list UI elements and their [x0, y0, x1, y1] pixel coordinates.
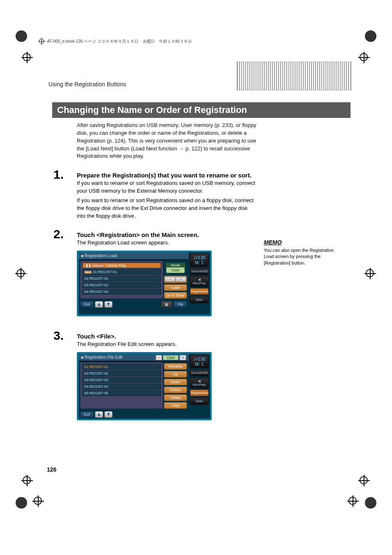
list-item[interactable]: 05:REGIST-05	[82, 390, 161, 396]
file-list-panel: 01:REGIST-01 02:REGIST-02 03:REGIST-03 0…	[80, 362, 163, 409]
list-item[interactable]: 01:REGIST-01	[82, 364, 161, 370]
crop-mark-icon	[34, 497, 44, 507]
tempo-display[interactable]: ♩=130M: 1	[190, 355, 209, 368]
registration-load-screen: ■ Registration Load ❚❚ Internal Factory …	[77, 251, 190, 316]
minus-icon[interactable]: −	[165, 277, 175, 282]
soundkbd-tab[interactable]: Sound/KBD	[190, 369, 209, 376]
step-3-body: The Registration File Edit screen appear…	[77, 341, 258, 348]
soundkbd-tab[interactable]: Sound/KBD	[190, 268, 209, 275]
up-button[interactable]: Up	[164, 371, 187, 378]
down-arrow-button[interactable]: ▼	[104, 411, 113, 418]
list-item[interactable]: Next 01:REGIST-01	[82, 269, 161, 275]
step-1-body-b: If you want to rename or sort Registrati…	[77, 197, 258, 220]
tempo-display[interactable]: ♩=130M: 1	[190, 253, 209, 267]
registration-tab[interactable]: Registration	[190, 288, 209, 295]
up-arrow-button[interactable]: ▲	[95, 301, 103, 308]
organ-diagram-icon	[237, 62, 352, 90]
right-nav-sidebar: ♩=130M: 1 Sound/KBD ◀ Rec/Play Registrat…	[189, 352, 212, 420]
down-arrow-button[interactable]: ▼	[104, 301, 113, 308]
main-tab[interactable]: Main	[190, 398, 209, 405]
step-1-body-a: If you want to rename or sort Registrati…	[77, 180, 258, 195]
list-item[interactable]: 03:REGIST-03	[82, 377, 161, 383]
intro-paragraph: After saving Registrations on USB memory…	[77, 122, 258, 160]
crop-mark-icon	[360, 476, 369, 486]
crop-dot	[16, 30, 27, 42]
step-3-number: 3.	[53, 329, 64, 343]
right-nav-sidebar: ♩=130M: 1 Sound/KBD ◀ Rec/Play Registrat…	[189, 251, 212, 316]
exit-button[interactable]: Exit	[80, 301, 94, 308]
rename-button[interactable]: Rename	[164, 363, 187, 370]
page-title: Changing the Name or Order of Registrati…	[52, 102, 350, 118]
media-selector[interactable]: Media User	[166, 263, 185, 274]
crop-mark-icon	[360, 53, 369, 63]
internal-header[interactable]: ❚❚ Internal Factory Reg.	[82, 263, 161, 268]
next-badge: Next	[84, 271, 92, 274]
registration-file-edit-screen: ■ Registration File Edit − User + 01:REG…	[77, 352, 190, 420]
crop-dot	[365, 30, 376, 42]
memo-text: You can also open the Registration Load …	[264, 247, 342, 266]
book-runner: AT-900_e.book 126 ページ ２００８年９月１６日 火曜日 午前１…	[39, 39, 192, 44]
registration-list-panel: ❚❚ Internal Factory Reg. Next 01:REGIST-…	[80, 261, 163, 299]
right-controls: Media User − + Load go to Save	[164, 261, 187, 299]
crop-mark-icon	[23, 476, 32, 486]
file-action-buttons: Rename Up Down Delete Create Copy	[164, 362, 187, 409]
step-2-body: The Registration Load screen appears.	[77, 239, 258, 247]
crop-mark-icon	[23, 53, 32, 63]
step-2-title: Touch <Registration> on the Main screen.	[77, 231, 258, 238]
registration-tab[interactable]: Registration	[190, 389, 209, 396]
down-button[interactable]: Down	[164, 379, 187, 385]
file-button[interactable]: File	[173, 301, 187, 308]
list-item[interactable]: 03:REGIST-03	[82, 282, 161, 288]
crop-mark-icon	[348, 497, 358, 507]
list-item[interactable]: 02:REGIST-02	[82, 371, 161, 376]
list-item[interactable]: 04:REGIST-04	[82, 384, 161, 389]
step-3-title: Touch <File>.	[77, 333, 258, 340]
crop-mark-icon	[16, 269, 26, 279]
screen-title: ■ Registration File Edit − User +	[78, 354, 189, 362]
crop-mark-icon	[366, 269, 376, 279]
runner-text: AT-900_e.book 126 ページ ２００８年９月１６日 火曜日 午前１…	[47, 39, 192, 44]
exit-button[interactable]: Exit	[80, 411, 94, 418]
step-1-number: 1.	[53, 168, 64, 182]
recplay-tab[interactable]: ◀ Rec/Play	[190, 276, 209, 287]
plus-button[interactable]: +	[180, 355, 186, 360]
screen-title: ■ Registration Load	[78, 252, 189, 260]
delete-button[interactable]: Delete	[164, 387, 187, 393]
main-tab[interactable]: Main	[190, 296, 209, 303]
page-number: 126	[47, 466, 56, 473]
crop-dot	[365, 497, 376, 509]
section-heading: Using the Registration Buttons	[48, 81, 126, 88]
crop-dot	[16, 497, 27, 509]
copy-button[interactable]: Copy	[164, 402, 187, 409]
load-button[interactable]: Load	[164, 284, 187, 291]
grid-button[interactable]: ▦	[161, 301, 172, 308]
list-item[interactable]: 02:REGIST-02	[82, 276, 161, 281]
memo-label: MEMO	[264, 239, 342, 246]
create-button[interactable]: Create	[164, 394, 187, 401]
recplay-tab[interactable]: ◀ Rec/Play	[190, 378, 209, 388]
step-2-number: 2.	[53, 227, 64, 241]
up-arrow-button[interactable]: ▲	[95, 411, 103, 418]
minus-plus-button[interactable]: − +	[164, 276, 187, 283]
minus-button[interactable]: −	[156, 355, 162, 360]
list-item[interactable]: 04:REGIST-04	[82, 289, 161, 295]
memo-box: MEMO You can also open the Registration …	[264, 239, 342, 266]
plus-icon[interactable]: +	[175, 277, 186, 282]
user-chip[interactable]: User	[163, 355, 178, 360]
goto-save-button[interactable]: go to Save	[164, 292, 187, 299]
step-1-title: Prepare the Registration(s) that you wan…	[77, 172, 258, 179]
